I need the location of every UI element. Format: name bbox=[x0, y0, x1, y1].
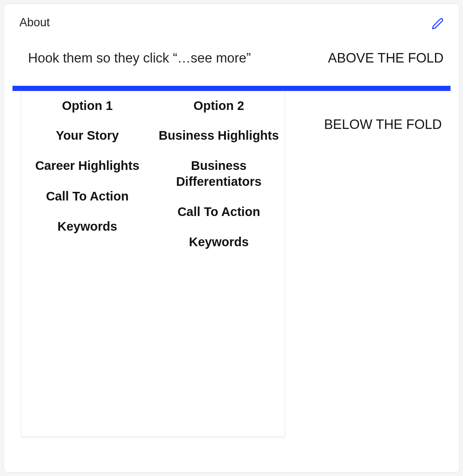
option-item: Business Highlights bbox=[157, 128, 280, 143]
section-title: About bbox=[19, 16, 50, 29]
fold-divider bbox=[13, 86, 450, 91]
hook-text: Hook them so they click “…see more” bbox=[28, 50, 251, 66]
option-column-1: Option 1 Your Story Career Highlights Ca… bbox=[22, 91, 153, 436]
option-column-2: Option 2 Business Highlights Business Di… bbox=[153, 91, 285, 436]
option-item: Call To Action bbox=[26, 188, 149, 204]
above-fold-row: Hook them so they click “…see more” ABOV… bbox=[4, 31, 459, 86]
option-item: Call To Action bbox=[157, 204, 280, 219]
option-item: Career Highlights bbox=[26, 158, 149, 173]
above-fold-label: ABOVE THE FOLD bbox=[328, 50, 444, 66]
options-panel: Option 1 Your Story Career Highlights Ca… bbox=[21, 91, 285, 437]
option-item: Keywords bbox=[26, 219, 149, 234]
edit-icon[interactable] bbox=[432, 18, 444, 31]
below-fold-label: BELOW THE FOLD bbox=[324, 117, 442, 132]
option-item: Your Story bbox=[26, 128, 149, 143]
option-item: Keywords bbox=[157, 234, 280, 250]
below-fold-region: BELOW THE FOLD Option 1 Your Story Caree… bbox=[4, 91, 459, 437]
about-card: About Hook them so they click “…see more… bbox=[3, 3, 460, 473]
option-title: Option 1 bbox=[26, 99, 149, 113]
option-item: Business Differentiators bbox=[157, 158, 280, 189]
option-title: Option 2 bbox=[157, 99, 280, 113]
card-header: About bbox=[4, 4, 459, 31]
